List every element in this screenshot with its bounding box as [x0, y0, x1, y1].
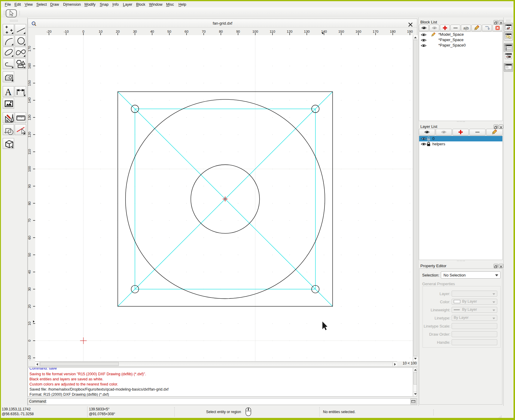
svg-text:180: 180: [390, 30, 396, 33]
svg-text:70: 70: [202, 30, 206, 33]
svg-text:30: 30: [28, 287, 31, 291]
svg-text:60: 60: [28, 236, 31, 240]
svg-text:140: 140: [28, 97, 31, 103]
svg-text:50: 50: [167, 30, 171, 33]
svg-text:130: 130: [28, 115, 31, 120]
svg-text:130: 130: [304, 30, 310, 33]
svg-text:10: 10: [99, 30, 102, 33]
svg-text:0: 0: [28, 340, 31, 342]
svg-text:0: 0: [82, 30, 84, 33]
svg-text:20: 20: [116, 30, 120, 33]
svg-text:-10: -10: [64, 30, 69, 33]
svg-text:170: 170: [28, 46, 31, 52]
svg-text:70: 70: [28, 219, 31, 222]
svg-text:100: 100: [252, 30, 258, 33]
svg-text:40: 40: [28, 270, 31, 274]
svg-text:150: 150: [28, 80, 31, 86]
svg-text:160: 160: [28, 63, 31, 69]
svg-text:40: 40: [150, 30, 154, 33]
svg-text:100: 100: [28, 166, 31, 172]
svg-text:120: 120: [287, 30, 292, 33]
svg-text:-20: -20: [47, 30, 52, 33]
svg-text:190: 190: [407, 30, 413, 33]
svg-text:160: 160: [355, 30, 361, 33]
svg-text:-10: -10: [28, 355, 31, 361]
svg-text:110: 110: [28, 149, 31, 154]
svg-text:90: 90: [236, 30, 240, 33]
svg-text:150: 150: [338, 30, 344, 33]
svg-text:140: 140: [321, 30, 327, 33]
svg-text:20: 20: [28, 304, 31, 308]
svg-text:80: 80: [219, 30, 223, 33]
svg-text:90: 90: [28, 184, 31, 188]
svg-text:80: 80: [28, 201, 31, 205]
svg-text:A: A: [5, 87, 12, 97]
svg-text:50: 50: [28, 253, 31, 257]
svg-text:a|b: a|b: [463, 26, 469, 30]
svg-text:60: 60: [184, 30, 188, 33]
svg-text:170: 170: [373, 30, 378, 33]
svg-text:30: 30: [133, 30, 137, 33]
svg-text:10: 10: [28, 322, 31, 325]
svg-text:120: 120: [28, 132, 31, 137]
svg-text:110: 110: [270, 30, 275, 33]
